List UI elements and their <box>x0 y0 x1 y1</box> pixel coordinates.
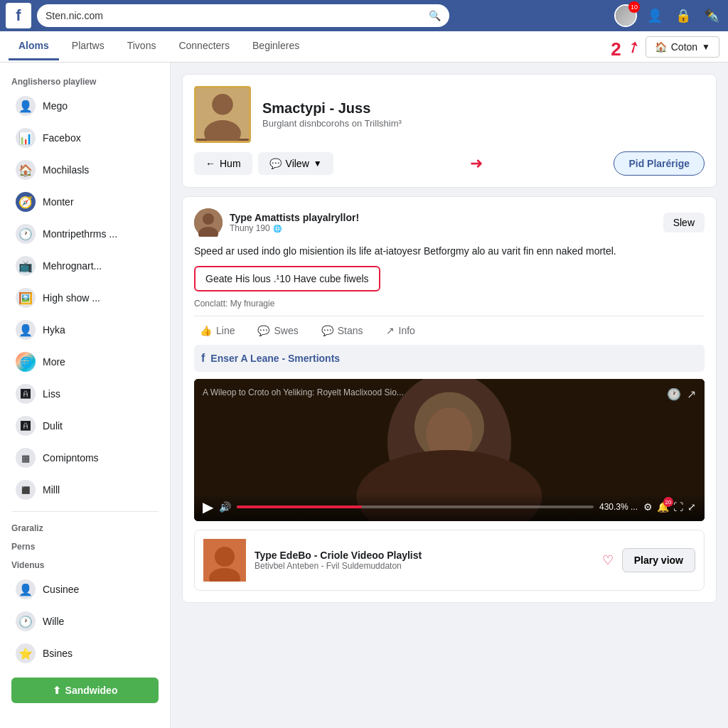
topbar: f 🔍 10 👤 🔒 ✒️ <box>0 0 728 31</box>
sidebar-item-dulit[interactable]: 🅰 Dulit <box>4 410 166 441</box>
cusinee-icon: 👤 <box>16 579 36 599</box>
link-preview: f Enser A Leane - Smertionts <box>194 345 705 372</box>
video-progress-bar[interactable] <box>237 505 594 508</box>
sidebar-label-milll: Milll <box>43 484 60 496</box>
menu-icon[interactable]: ✒️ <box>701 5 722 26</box>
sidebar-item-montripethrms[interactable]: 🕐 Montripethrms ... <box>4 218 166 250</box>
profile-info: Smactypi - Juss Burglant disnbcorohs on … <box>262 100 705 129</box>
compass-icon: 🧭 <box>16 192 36 212</box>
profile-avatar <box>194 86 251 143</box>
volume-icon[interactable]: 🔊 <box>219 501 231 513</box>
sidebar: Anglisherso playliew 👤 Mego 📊 Facebox 🏠 … <box>0 63 171 728</box>
sidebar-label-montripethrms: Montripethrms ... <box>43 228 117 240</box>
sidebar-item-monter[interactable]: 🧭 Monter <box>4 186 166 218</box>
sidebar-item-high-show[interactable]: 🖼️ High show ... <box>4 282 166 314</box>
facebook-logo[interactable]: f <box>6 3 31 28</box>
heart-icon[interactable]: ♡ <box>602 552 614 568</box>
sidebar-item-more[interactable]: 🌐 More <box>4 346 166 378</box>
tab-aloms[interactable]: Aloms <box>9 33 59 60</box>
sidebar-label-mego: Mego <box>43 100 68 112</box>
sidebar-item-hyka[interactable]: 👤 Hyka <box>4 314 166 346</box>
sidebar-label-monter: Monter <box>43 196 74 208</box>
post-avatar-svg <box>194 208 223 237</box>
tab-connecters[interactable]: Connecters <box>168 33 240 60</box>
sidebar-label-high-show: High show ... <box>43 292 100 304</box>
info-button[interactable]: ↗ Info <box>380 322 421 339</box>
sidebar-item-mehrognart[interactable]: 📺 Mehrognart... <box>4 250 166 282</box>
svg-point-1 <box>212 94 233 115</box>
sidebar-item-mochilasls[interactable]: 🏠 Mochilasls <box>4 154 166 186</box>
tab-tivons[interactable]: Tivons <box>117 33 166 60</box>
bottom-thumbnail <box>203 539 246 582</box>
video-notification-badge: 20 <box>663 497 673 507</box>
sidebar-item-milll[interactable]: ⬛ Milll <box>4 474 166 505</box>
sidebar-item-cusinee[interactable]: 👤 Cusinee <box>4 574 166 605</box>
sidebar-label-dulit: Dulit <box>43 420 63 432</box>
play-view-button[interactable]: Plary viow <box>622 548 695 572</box>
profile-actions: ← Hum 💬 Vilew ▼ ➜ Pid Plarérige <box>194 151 705 176</box>
link-text[interactable]: Enser A Leane - Smertionts <box>210 353 340 364</box>
bsines-icon: ⭐ <box>16 643 36 663</box>
sidebar-label-mehrognart: Mehrognart... <box>43 260 102 272</box>
line-button[interactable]: 👍 Line <box>194 322 240 339</box>
bottom-thumb-svg <box>203 539 246 582</box>
view-icon: 💬 <box>269 158 282 169</box>
profile-name: Smactypi - Juss <box>262 100 705 117</box>
expand-icon[interactable]: ⤢ <box>687 501 696 513</box>
person-icon: 👤 <box>16 96 36 116</box>
sidebar-item-comipntoms[interactable]: ▦ Comipntoms <box>4 442 166 473</box>
fullscreen-icon[interactable]: ⛶ <box>673 501 683 513</box>
search-icon[interactable]: 🔍 <box>429 10 441 21</box>
friend-request-icon[interactable]: 👤 <box>644 5 665 26</box>
video-right-icons: ⚙ 🔔 20 ⛶ ⤢ <box>643 501 696 513</box>
post-author-avatar <box>194 208 223 237</box>
avatar-wrap: 10 <box>614 4 637 27</box>
photo-icon: 🖼️ <box>16 288 36 308</box>
comment-icon: 💬 <box>257 325 269 336</box>
settings-video-icon[interactable]: ⚙ <box>643 501 653 513</box>
sidebar-label-mochilasls: Mochilasls <box>43 164 89 176</box>
arrow-annotation: ➚ <box>623 36 643 58</box>
slew-button[interactable]: Slew <box>663 213 705 232</box>
globe-post-icon: 🌐 <box>273 225 282 232</box>
post-time: Thuny 190 🌐 <box>230 223 656 233</box>
video-top-controls: 🕐 ↗ <box>667 387 696 401</box>
swes-button[interactable]: 💬 Swes <box>252 322 304 339</box>
pid-button[interactable]: Pid Plarérige <box>614 151 705 176</box>
sidebar-item-bsines[interactable]: ⭐ Bsines <box>4 638 166 669</box>
sandwideo-button[interactable]: ⬆ Sandwideo <box>11 678 159 703</box>
coton-button[interactable]: 🏠 Coton ▼ <box>646 36 719 58</box>
sidebar-item-wille[interactable]: 🕐 Wille <box>4 606 166 637</box>
video-progress-fill <box>237 505 362 508</box>
notification-video-icon[interactable]: 🔔 20 <box>657 501 669 513</box>
sidebar-item-facebox[interactable]: 📊 Facebox <box>4 122 166 154</box>
tab-beginleres[interactable]: Beginleres <box>242 33 309 60</box>
content-area: Smactypi - Juss Burglant disnbcorohs on … <box>171 63 728 728</box>
play-button[interactable]: ▶ <box>203 498 213 515</box>
messenger-icon[interactable]: 🔒 <box>673 5 694 26</box>
avatar-svg <box>196 86 249 141</box>
hum-button[interactable]: ← Hum <box>194 152 252 175</box>
search-input[interactable] <box>46 10 424 21</box>
post-text: Speed ar used indo glo misiention ils li… <box>194 244 705 259</box>
sidebar-item-mego[interactable]: 👤 Mego <box>4 90 166 122</box>
hyka-icon: 👤 <box>16 320 36 340</box>
nav-tabs: Aloms Plartws Tivons Connecters Beginler… <box>0 31 728 63</box>
sidebar-item-liss[interactable]: 🅰 Liss <box>4 378 166 410</box>
home-icon: 🏠 <box>16 160 36 180</box>
share-video-icon: ↗ <box>687 387 696 401</box>
post-card: ➜ Type Amattists playalryllor! Thuny 190 <box>182 196 717 603</box>
sidebar-section-perns: Perns <box>0 536 170 555</box>
sidebar-label-liss: Liss <box>43 388 60 400</box>
bottom-info: Type EdeBo - Criole Videoo Playlist Beti… <box>255 550 594 571</box>
facebook-link-icon: f <box>201 352 205 365</box>
tv-icon: 📺 <box>16 256 36 276</box>
post-actions: 👍 Line 💬 Swes 💬 Stans ↗ Info <box>194 316 705 345</box>
view-button[interactable]: 💬 Vilew ▼ <box>258 152 333 175</box>
profile-card: Smactypi - Juss Burglant disnbcorohs on … <box>182 74 717 188</box>
post-header: Type Amattists playalryllor! Thuny 190 🌐… <box>194 208 705 237</box>
stans-button[interactable]: 💬 Stans <box>316 322 369 339</box>
dots-icon: ⬛ <box>16 480 36 500</box>
dulit-icon: 🅰 <box>16 416 36 436</box>
tab-plartws[interactable]: Plartws <box>62 33 114 60</box>
